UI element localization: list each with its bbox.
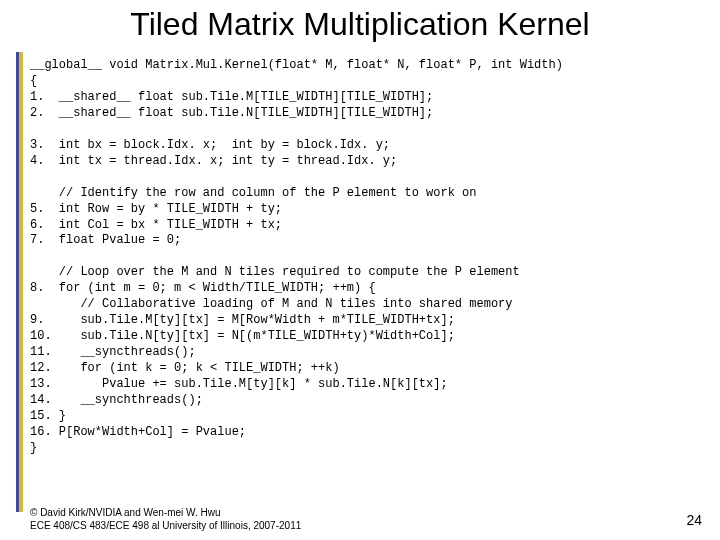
- accent-bar: [16, 52, 23, 512]
- slide-title: Tiled Matrix Multiplication Kernel: [0, 6, 720, 43]
- footer-line-2: ECE 408/CS 483/ECE 498 al University of …: [30, 520, 301, 533]
- code-listing: __global__ void Matrix.Mul.Kernel(float*…: [30, 58, 706, 457]
- copyright-footer: © David Kirk/NVIDIA and Wen-mei W. Hwu E…: [30, 507, 301, 532]
- page-number: 24: [686, 512, 702, 528]
- footer-line-1: © David Kirk/NVIDIA and Wen-mei W. Hwu: [30, 507, 301, 520]
